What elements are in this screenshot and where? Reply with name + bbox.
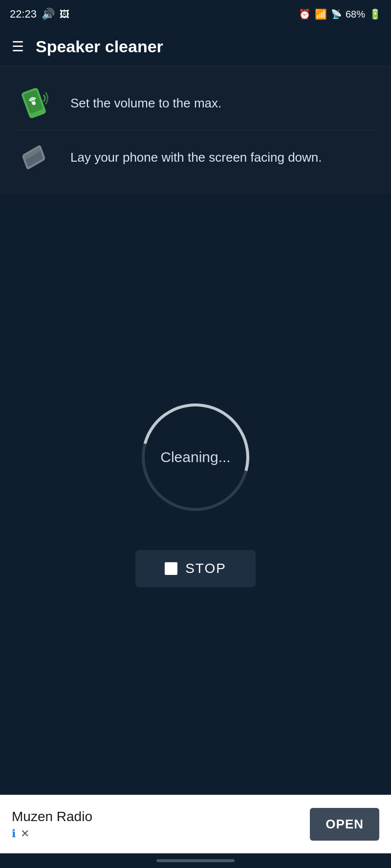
status-right: ⏰ 📶 📡 68% 🔋 (299, 8, 381, 20)
menu-button[interactable]: ☰ (12, 39, 24, 55)
signal-icon: 📡 (331, 9, 342, 20)
instructions-section: Set the volume to the max. Lay your phon… (0, 66, 391, 195)
wifi-icon: 📶 (315, 8, 327, 20)
home-bar (156, 859, 235, 862)
battery-percent: 68% (346, 9, 365, 20)
home-indicator (0, 853, 391, 868)
alarm-icon: ⏰ (299, 8, 311, 20)
instruction-volume: Set the volume to the max. (12, 76, 379, 130)
main-area: Cleaning... STOP (0, 195, 391, 795)
ad-banner: Muzen Radio ℹ ✕ OPEN (0, 795, 391, 853)
instruction-facedown: Lay your phone with the screen facing do… (12, 130, 379, 184)
time-display: 22:23 (10, 8, 37, 21)
stop-icon (165, 562, 177, 575)
instruction-volume-text: Set the volume to the max. (70, 94, 221, 112)
image-icon: 🖼 (60, 9, 69, 20)
ad-title: Muzen Radio (12, 809, 92, 825)
ad-info: Muzen Radio ℹ ✕ (12, 809, 92, 840)
battery-icon: 🔋 (369, 8, 381, 20)
stop-button-container: STOP (135, 550, 256, 587)
ad-controls: ℹ ✕ (12, 827, 92, 840)
volume-phone-icon (12, 86, 56, 120)
status-time: 22:23 🔊 🖼 (10, 8, 69, 21)
cleaning-spinner: Cleaning... (142, 403, 249, 511)
info-icon[interactable]: ℹ (12, 827, 16, 840)
cleaning-status-text: Cleaning... (160, 449, 230, 466)
page-title: Speaker cleaner (36, 37, 163, 56)
stop-label: STOP (185, 561, 226, 576)
status-bar: 22:23 🔊 🖼 ⏰ 📶 📡 68% 🔋 (0, 0, 391, 27)
volume-icon: 🔊 (42, 8, 55, 21)
open-ad-button[interactable]: OPEN (310, 808, 379, 841)
app-header: ☰ Speaker cleaner (0, 27, 391, 66)
stop-button[interactable]: STOP (135, 550, 256, 587)
instruction-facedown-text: Lay your phone with the screen facing do… (70, 148, 322, 166)
close-icon[interactable]: ✕ (21, 827, 29, 840)
facedown-phone-icon (12, 140, 56, 174)
